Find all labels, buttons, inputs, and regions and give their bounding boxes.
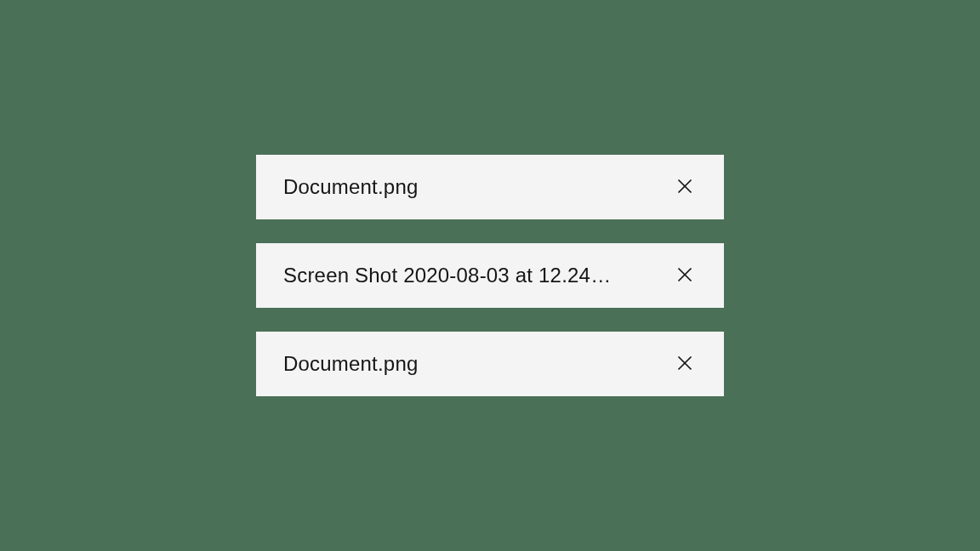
file-list: Document.png Screen Shot 2020-08-03 at 1… — [256, 155, 724, 396]
file-item: Document.png — [256, 332, 724, 396]
close-icon — [676, 266, 693, 286]
file-name: Document.png — [283, 352, 656, 376]
remove-file-button[interactable] — [669, 171, 700, 204]
file-name: Screen Shot 2020-08-03 at 12.24… — [283, 264, 656, 287]
file-item: Screen Shot 2020-08-03 at 12.24… — [256, 243, 724, 308]
close-icon — [676, 355, 693, 374]
file-item: Document.png — [256, 155, 724, 219]
file-name: Document.png — [283, 175, 656, 199]
remove-file-button[interactable] — [669, 348, 700, 381]
remove-file-button[interactable] — [669, 259, 700, 293]
close-icon — [676, 178, 693, 197]
